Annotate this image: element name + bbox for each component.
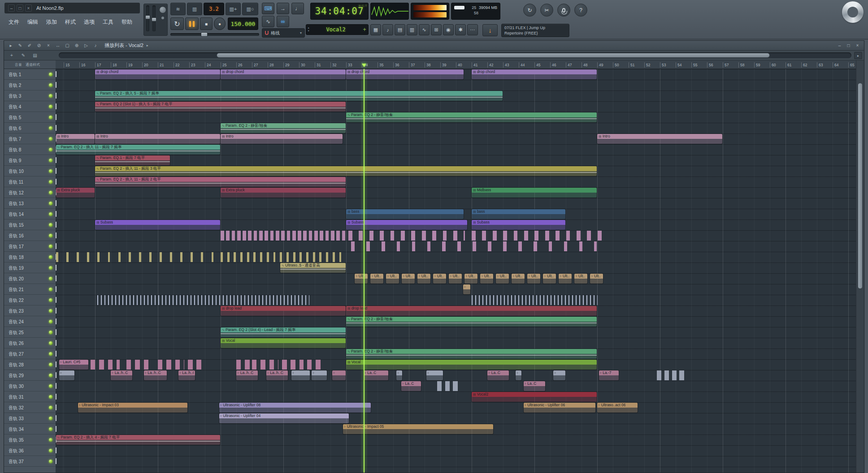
automation-clip[interactable]: ∿Param. EQ.1 - 频段 7 电平 <box>95 155 170 165</box>
playback-tool-icon[interactable]: ▷ <box>82 42 90 49</box>
pencil-icon[interactable]: ✎ <box>19 52 27 59</box>
track-enable-led[interactable] <box>49 202 52 205</box>
automation-clip[interactable]: ∿Param. EQ 2 (Slot 4) - Lead - 频段 7 频率 <box>221 327 346 337</box>
channel-rack-icon[interactable]: ▤ <box>395 24 405 35</box>
cut-button[interactable]: ✂ <box>540 4 553 17</box>
track-header-29[interactable]: 音轨 29 <box>4 370 56 381</box>
playlist-maximize-icon[interactable]: □ <box>845 42 852 49</box>
track-header-18[interactable]: 音轨 18 <box>4 252 56 262</box>
automation-clip[interactable]: ∿Param. EQ 2 - 静音/独奏 <box>346 112 597 122</box>
menu-item-5[interactable]: 选项 <box>80 16 99 28</box>
automation-clip[interactable]: ∿Param. EQ 2 - 插入 11 - 频段 3 电平 <box>95 166 597 176</box>
track-enable-led[interactable] <box>49 83 52 87</box>
pan-tool-icon[interactable]: + <box>8 52 16 59</box>
automation-clip[interactable]: ∿Ultraso..5 - 通道音高 <box>280 263 346 273</box>
audio-clip[interactable]: ⊦La..h..C <box>111 370 132 380</box>
pattern-clip[interactable]: ▤drop lead <box>346 306 597 316</box>
menu-item-3[interactable]: 添加 <box>42 16 61 28</box>
strip-clip[interactable] <box>56 252 221 262</box>
audio-clip[interactable]: ⊦Ultrasonic - Impact 05 <box>343 424 493 434</box>
track-header-10[interactable]: 音轨 10 <box>4 166 56 176</box>
strip-clip[interactable] <box>307 360 324 370</box>
minimize-icon[interactable]: – <box>8 4 15 12</box>
track-header-20[interactable]: 音轨 20 <box>4 273 56 284</box>
strip-clip[interactable] <box>221 231 346 241</box>
record-button[interactable]: ● <box>214 17 226 30</box>
zoom-tool-icon[interactable]: ⊕ <box>73 42 81 49</box>
pattern-clip[interactable]: ▤Subass <box>95 220 220 230</box>
track-enable-led[interactable] <box>49 363 52 366</box>
automation-clip[interactable]: ∿Param. EQ 2 - 插入 5 - 频段 7 频率 <box>95 91 503 101</box>
export-button[interactable]: ↓ <box>482 24 498 36</box>
audio-clip[interactable]: ⊦La..C <box>364 370 388 380</box>
track-header-32[interactable]: 音轨 32 <box>4 402 56 413</box>
track-enable-led[interactable] <box>49 212 52 216</box>
pattern-clip[interactable]: ▤drop chord <box>472 69 597 79</box>
audio-clip[interactable]: ⊦La.-7 <box>599 370 619 380</box>
track-enable-led[interactable] <box>49 341 52 345</box>
audio-clip[interactable]: ⊦Ult.. <box>433 274 446 284</box>
strip-clip[interactable] <box>97 295 309 305</box>
pattern-clip[interactable]: ▤drop chord <box>221 69 346 79</box>
audio-clip[interactable]: ⊦Ult.. <box>590 274 603 284</box>
track-header-6[interactable]: 音轨 6 <box>4 123 56 133</box>
audio-clip[interactable]: ⊦Ult.. <box>402 274 415 284</box>
track-enable-led[interactable] <box>49 73 52 76</box>
track-header-31[interactable]: 音轨 31 <box>4 391 56 402</box>
master-volume-slider[interactable] <box>146 5 149 31</box>
menu-item-1[interactable]: 文件 <box>4 16 23 28</box>
grid-o-icon[interactable]: ▥○ <box>242 3 258 15</box>
track-enable-led[interactable] <box>49 94 52 98</box>
track-enable-led[interactable] <box>49 148 52 151</box>
track-enable-led[interactable] <box>49 245 52 248</box>
audio-clip[interactable]: ⊦Ult.. <box>355 274 368 284</box>
pattern-spinner[interactable]: ▴▾ <box>306 26 311 33</box>
event-editor-icon[interactable]: ∿ <box>419 24 430 35</box>
clip-area[interactable]: ▤drop chord▤drop chord▤drop chord▤drop c… <box>56 69 857 473</box>
track-header-4[interactable]: 音轨 4 <box>4 101 56 112</box>
strip-clip[interactable] <box>348 231 465 241</box>
audio-clip[interactable]: ⊦ <box>396 370 402 380</box>
volume-handle[interactable] <box>145 15 150 19</box>
help-button[interactable]: ? <box>574 4 587 17</box>
audio-clip[interactable]: ⊦Ult.. <box>386 274 399 284</box>
track-header-26[interactable]: 音轨 26 <box>4 338 56 348</box>
audio-clip[interactable]: ⊦Ult.. <box>543 274 556 284</box>
playhead-marker[interactable] <box>362 64 366 67</box>
track-enable-led[interactable] <box>49 255 52 259</box>
track-enable-led[interactable] <box>49 449 52 452</box>
time-mode-label[interactable]: B:S:T <box>359 4 367 7</box>
audio-clip[interactable]: ⊦Lauri. C#5 <box>59 360 89 370</box>
pattern-clip[interactable]: ▤Extra pluck <box>221 188 346 198</box>
draw-tool-icon[interactable]: ✎ <box>16 42 24 49</box>
more-windows-icon[interactable]: ⋯ <box>467 24 478 35</box>
select-tool-icon[interactable]: ▢ <box>63 42 71 49</box>
close-icon[interactable]: × <box>25 4 32 12</box>
playlist-minimize-icon[interactable]: – <box>836 42 843 49</box>
play-pause-button[interactable] <box>185 17 199 30</box>
mixer-icon[interactable]: ▥ <box>407 24 417 35</box>
strip-clip[interactable] <box>236 360 250 370</box>
track-enable-led[interactable] <box>49 137 52 141</box>
step-edit-icon[interactable]: → <box>277 3 289 14</box>
track-enable-led[interactable] <box>49 116 52 119</box>
track-enable-led[interactable] <box>49 331 52 334</box>
track-enable-led[interactable] <box>49 374 52 377</box>
audio-clip[interactable]: ⊦Ult.. <box>496 274 509 284</box>
pattern-clip[interactable]: ▤Vocal2 <box>472 392 597 402</box>
strip-clip[interactable] <box>126 360 151 370</box>
pitch-handle[interactable] <box>152 17 156 22</box>
track-enable-led[interactable] <box>49 288 52 291</box>
menu-item-7[interactable]: 帮助 <box>117 16 136 28</box>
track-header-22[interactable]: 音轨 22 <box>4 295 56 305</box>
mute-tool-icon[interactable]: × <box>44 42 52 49</box>
track-enable-led[interactable] <box>49 417 52 420</box>
horizontal-scrollbar[interactable] <box>59 52 851 58</box>
song-mode-button[interactable]: ↻ <box>170 17 184 30</box>
track-enable-led[interactable] <box>49 191 52 194</box>
track-header-21[interactable]: 音轨 21 <box>4 284 56 295</box>
audio-clip[interactable]: ⊦La..C <box>487 370 509 380</box>
corner-label-right[interactable]: 通道样式 <box>26 62 40 67</box>
add-pattern-button[interactable]: + <box>361 24 368 35</box>
scroll-corner-button[interactable]: ▸ <box>854 52 862 59</box>
